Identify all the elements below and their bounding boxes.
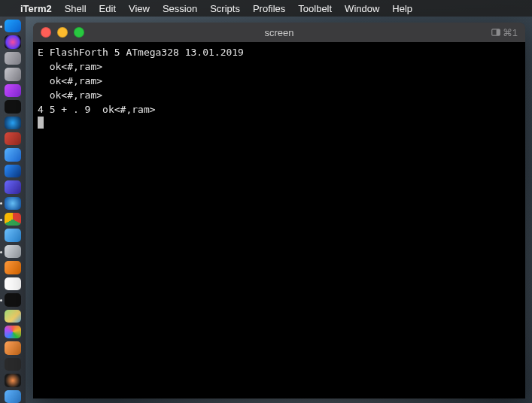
- mail-icon[interactable]: [5, 148, 21, 161]
- safari-icon[interactable]: [5, 197, 21, 210]
- menu-session[interactable]: Session: [163, 3, 197, 14]
- window-zoom-button[interactable]: [74, 27, 84, 38]
- running-indicator: [0, 219, 2, 221]
- window-shortcut-indicator: ⌘1: [491, 23, 518, 42]
- calculator-icon[interactable]: [5, 261, 21, 274]
- system-prefs-icon[interactable]: [5, 68, 21, 80]
- menu-profiles[interactable]: Profiles: [253, 3, 285, 14]
- running-indicator: [0, 26, 2, 28]
- svg-rect-1: [496, 29, 500, 35]
- terminal-body[interactable]: E FlashForth 5 ATmega328 13.01.2019 ok<#…: [33, 42, 525, 398]
- folder-icon[interactable]: [5, 390, 21, 403]
- terminal-line: [38, 117, 521, 131]
- launchpad-icon[interactable]: [5, 52, 21, 65]
- podcasts-icon[interactable]: [5, 84, 21, 97]
- terminal-line: ok<#,ram>: [38, 88, 521, 102]
- preview-icon[interactable]: [5, 245, 21, 258]
- app-menu[interactable]: iTerm2: [20, 3, 52, 14]
- chrome-icon[interactable]: [5, 213, 21, 226]
- finder-icon[interactable]: [5, 20, 21, 32]
- menu-scripts[interactable]: Scripts: [210, 3, 240, 14]
- menu-edit[interactable]: Edit: [99, 3, 116, 14]
- window-title: screen: [33, 27, 525, 38]
- safari-dev-icon[interactable]: [5, 117, 21, 129]
- running-indicator: [0, 202, 2, 205]
- dictionary-icon[interactable]: [5, 132, 21, 145]
- xcode-icon[interactable]: [5, 165, 21, 177]
- menu-toolbelt[interactable]: Toolbelt: [298, 3, 332, 14]
- terminal-line: ok<#,ram>: [38, 74, 521, 88]
- app3-icon[interactable]: [5, 358, 21, 371]
- window-titlebar[interactable]: screen ⌘1: [33, 23, 525, 42]
- window-minimize-button[interactable]: [57, 27, 68, 38]
- menu-help[interactable]: Help: [392, 3, 412, 14]
- appletv-icon[interactable]: [5, 100, 21, 113]
- panel-toggle-icon: [491, 27, 501, 38]
- dock: [0, 17, 26, 403]
- app2-icon[interactable]: [5, 341, 21, 354]
- siri-icon[interactable]: [5, 35, 21, 48]
- mac-menubar: iTerm2 Shell Edit View Session Scripts P…: [0, 0, 532, 17]
- menu-shell[interactable]: Shell: [65, 3, 87, 14]
- terminal-cursor: [38, 117, 44, 129]
- color-app-icon[interactable]: [5, 326, 21, 338]
- running-indicator: [0, 299, 2, 301]
- maps-icon[interactable]: [5, 310, 21, 323]
- window-traffic-lights: [33, 27, 84, 38]
- terminal-line: E FlashForth 5 ATmega328 13.01.2019: [38, 45, 521, 59]
- app1-icon[interactable]: [5, 180, 21, 193]
- menu-window[interactable]: Window: [345, 3, 379, 14]
- spark-icon[interactable]: [5, 374, 21, 386]
- menu-view[interactable]: View: [129, 3, 150, 14]
- calendar-icon[interactable]: [5, 277, 21, 290]
- running-indicator: [0, 251, 2, 253]
- window-close-button[interactable]: [41, 27, 51, 38]
- terminal-line: ok<#,ram>: [38, 59, 521, 74]
- iterm2-icon[interactable]: [5, 293, 21, 306]
- terminal-window: screen ⌘1 E FlashForth 5 ATmega328 13.01…: [33, 23, 525, 398]
- terminal-line: 4 5 + . 9 ok<#,ram>: [38, 102, 521, 117]
- folder-blue-icon[interactable]: [5, 229, 21, 241]
